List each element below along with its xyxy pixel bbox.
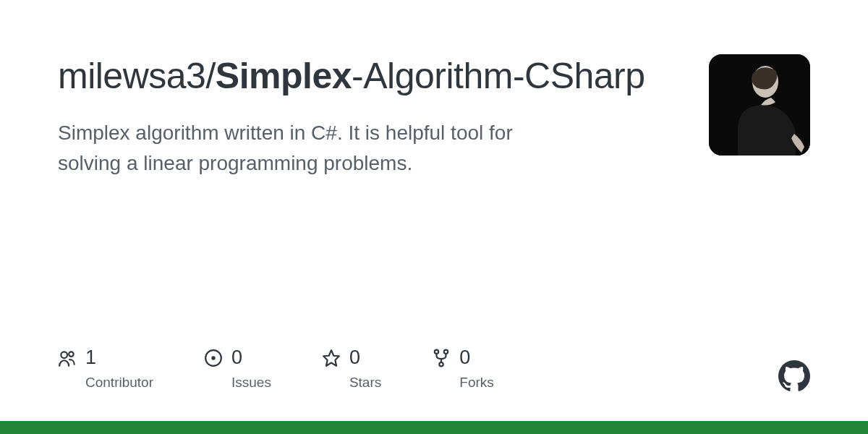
stat-contributors: 1 Contributor [58, 346, 153, 391]
issues-value: 0 [231, 346, 242, 369]
stats-row: 1 Contributor 0 Issues [58, 346, 494, 391]
contributors-value: 1 [85, 346, 96, 369]
contributors-label: Contributor [85, 375, 153, 391]
stat-issues: 0 Issues [204, 346, 271, 391]
fork-icon [432, 349, 451, 367]
stat-stars: 0 Stars [322, 346, 381, 391]
repo-name-bold: Simplex [216, 56, 352, 96]
stat-forks: 0 Forks [432, 346, 494, 391]
title-block: milewsa3/Simplex-Algorithm-CSharp Simple… [58, 54, 680, 179]
stars-value: 0 [349, 346, 360, 369]
svg-point-7 [435, 349, 438, 353]
avatar-image [709, 54, 810, 156]
issues-label: Issues [231, 375, 271, 391]
repo-name-rest: -Algorithm-CSharp [352, 56, 645, 96]
repo-separator: / [205, 56, 215, 96]
repo-owner: milewsa3 [58, 56, 205, 96]
forks-label: Forks [459, 375, 494, 391]
stars-label: Stars [349, 375, 381, 391]
svg-point-5 [211, 356, 215, 359]
svg-point-2 [61, 352, 67, 358]
github-logo-icon [778, 360, 810, 392]
avatar [709, 54, 810, 156]
forks-value: 0 [459, 346, 470, 369]
svg-point-8 [444, 349, 448, 353]
svg-point-3 [69, 352, 74, 357]
star-icon [322, 349, 341, 367]
header: milewsa3/Simplex-Algorithm-CSharp Simple… [58, 54, 810, 179]
issue-icon [204, 349, 223, 367]
svg-marker-6 [323, 350, 339, 366]
svg-point-9 [440, 362, 443, 365]
people-icon [58, 349, 77, 367]
repo-description: Simplex algorithm written in C#. It is h… [58, 118, 579, 179]
language-bar [0, 421, 868, 434]
social-card: milewsa3/Simplex-Algorithm-CSharp Simple… [0, 0, 868, 434]
repo-title: milewsa3/Simplex-Algorithm-CSharp [58, 54, 680, 98]
